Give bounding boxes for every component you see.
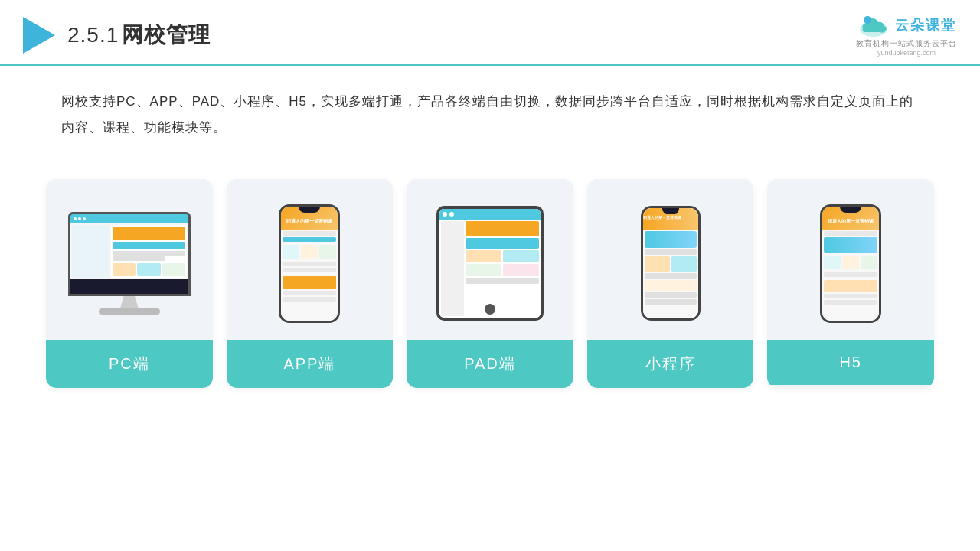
phone-notch: [299, 207, 320, 213]
mini-image-area: 职通人的第一堂营销课: [587, 179, 754, 340]
h5-card: 职通人的第一堂营销课: [767, 179, 934, 388]
logo-url: yunduoketang.com: [877, 49, 936, 57]
pc-dot-2: [78, 217, 81, 220]
header-left: 2.5.1网校管理: [23, 17, 211, 54]
tablet-sidebar: [441, 221, 464, 316]
pc-main: [111, 225, 187, 278]
tablet-home-button: [485, 304, 495, 315]
h5-label: H5: [767, 340, 934, 385]
pc-dot-3: [83, 217, 86, 220]
tablet-mockup: [436, 206, 544, 321]
pc-dot-1: [74, 217, 77, 220]
cloud-icon: [857, 14, 890, 37]
description-text: 网校支持PC、APP、PAD、小程序、H5，实现多端打通，产品各终端自由切换，数…: [0, 66, 980, 148]
logo-text: 云朵课堂: [895, 16, 956, 34]
svg-point-1: [864, 16, 871, 24]
logo-area: 云朵课堂 教育机构一站式服务云平台 yunduoketang.com: [856, 14, 957, 57]
app-label: APP端: [227, 340, 394, 388]
pad-label: PAD端: [407, 340, 573, 388]
pc-sidebar: [72, 225, 109, 278]
phone-mockup-h5: 职通人的第一堂营销课: [820, 204, 881, 323]
section-number: 2.5.1: [67, 23, 119, 47]
pc-stand: [120, 296, 139, 308]
cards-container: PC端 职通人的第一堂营销课: [0, 156, 980, 388]
pc-image-area: [46, 179, 213, 340]
pc-base: [99, 308, 160, 315]
pad-card: PAD端: [407, 179, 573, 388]
pc-mockup: [68, 212, 191, 315]
pc-label: PC端: [46, 340, 213, 388]
app-card: 职通人的第一堂营销课: [227, 179, 394, 388]
app-image-area: 职通人的第一堂营销课: [227, 179, 394, 340]
logo-cloud: 云朵课堂: [857, 14, 956, 37]
mini-card: 职通人的第一堂营销课: [587, 179, 754, 388]
pc-card: PC端: [46, 179, 213, 388]
mini-phone-mockup: 职通人的第一堂营销课: [641, 206, 701, 321]
pc-screen: [68, 212, 191, 296]
pad-image-area: [407, 179, 573, 340]
logo-subtitle: 教育机构一站式服务云平台: [856, 38, 957, 49]
page-title: 2.5.1网校管理: [67, 21, 211, 50]
play-icon: [23, 17, 55, 54]
h5-phone-notch: [840, 207, 861, 213]
mini-label: 小程序: [587, 340, 754, 388]
phone-mockup-app: 职通人的第一堂营销课: [279, 204, 340, 323]
h5-image-area: 职通人的第一堂营销课: [767, 179, 934, 340]
page-header: 2.5.1网校管理 云朵课堂 教育机构一站式服务云平台 yunduoketang…: [0, 0, 980, 66]
